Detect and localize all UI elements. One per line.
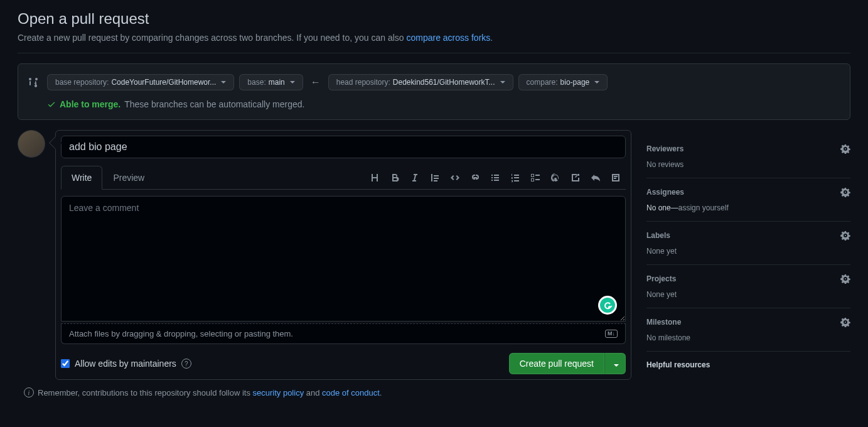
base-label: base: bbox=[247, 78, 265, 87]
git-compare-icon bbox=[28, 77, 38, 87]
code-of-conduct-link[interactable]: code of conduct bbox=[322, 388, 380, 397]
subtitle-text: Create a new pull request by comparing c… bbox=[18, 33, 406, 43]
create-pr-dropdown[interactable] bbox=[604, 353, 626, 374]
reviewers-title: Reviewers bbox=[646, 144, 683, 153]
compare-value: bio-page bbox=[560, 78, 590, 87]
base-repo-value: CodeYourFuture/GitHomewor... bbox=[111, 78, 216, 87]
security-policy-link[interactable]: security policy bbox=[253, 388, 304, 397]
allow-edits-row[interactable]: Allow edits by maintainers ? bbox=[61, 359, 191, 369]
gear-icon[interactable] bbox=[840, 187, 850, 197]
reply-icon[interactable] bbox=[591, 173, 601, 183]
footer-mid: and bbox=[304, 388, 322, 397]
footer-note: i Remember, contributions to this reposi… bbox=[18, 387, 850, 397]
pr-form: Write Preview bbox=[55, 130, 631, 380]
caret-down-icon bbox=[500, 81, 505, 84]
link-icon[interactable] bbox=[470, 173, 480, 183]
heading-icon[interactable] bbox=[370, 173, 380, 183]
ol-icon[interactable] bbox=[510, 173, 520, 183]
info-icon: i bbox=[24, 387, 34, 397]
head-repo-selector[interactable]: head repository: Dedekind561/GitHomework… bbox=[328, 74, 513, 90]
base-repo-selector[interactable]: base repository: CodeYourFuture/GitHomew… bbox=[47, 74, 234, 90]
assign-yourself-link[interactable]: assign yourself bbox=[678, 203, 729, 212]
caret-down-icon bbox=[221, 81, 226, 84]
pr-title-input[interactable] bbox=[61, 136, 626, 158]
quote-icon[interactable] bbox=[430, 173, 440, 183]
reviewers-section: Reviewers No reviews bbox=[646, 135, 850, 178]
subtitle-suffix: . bbox=[490, 33, 493, 43]
base-branch-selector[interactable]: base: main bbox=[239, 74, 303, 90]
tab-write[interactable]: Write bbox=[61, 166, 102, 190]
allow-edits-checkbox[interactable] bbox=[61, 359, 70, 368]
assignees-section: Assignees No one—assign yourself bbox=[646, 178, 850, 222]
merge-able-text: Able to merge. bbox=[60, 99, 121, 109]
create-pr-button[interactable]: Create pull request bbox=[509, 353, 604, 374]
head-repo-value: Dedekind561/GitHomeworkT... bbox=[393, 78, 495, 87]
check-icon bbox=[47, 100, 56, 109]
italic-icon[interactable] bbox=[410, 173, 420, 183]
gear-icon[interactable] bbox=[840, 317, 850, 327]
bold-icon[interactable] bbox=[390, 173, 400, 183]
mention-icon[interactable] bbox=[550, 173, 560, 183]
head-repo-label: head repository: bbox=[336, 78, 390, 87]
helpful-resources-title: Helpful resources bbox=[646, 352, 850, 372]
ul-icon[interactable] bbox=[490, 173, 500, 183]
caret-down-icon bbox=[290, 81, 295, 84]
cross-ref-icon[interactable] bbox=[571, 173, 581, 183]
compare-box: base repository: CodeYourFuture/GitHomew… bbox=[18, 63, 850, 120]
gear-icon[interactable] bbox=[840, 230, 850, 241]
code-icon[interactable] bbox=[450, 173, 460, 183]
caret-down-icon bbox=[594, 81, 599, 84]
assignees-title: Assignees bbox=[646, 188, 684, 197]
attach-text: Attach files by dragging & dropping, sel… bbox=[69, 329, 293, 338]
milestone-section: Milestone No milestone bbox=[646, 308, 850, 352]
compare-label: compare: bbox=[527, 78, 558, 87]
page-subtitle: Create a new pull request by comparing c… bbox=[18, 33, 850, 53]
editor-toolbar bbox=[370, 173, 626, 183]
reviewers-content: No reviews bbox=[646, 160, 850, 169]
grammarly-badge bbox=[598, 296, 617, 315]
assignees-prefix: No one— bbox=[646, 203, 678, 212]
avatar bbox=[18, 130, 45, 158]
milestone-title: Milestone bbox=[646, 318, 681, 327]
page-title: Open a pull request bbox=[18, 10, 850, 28]
sidebar: Reviewers No reviews Assignees No one—as… bbox=[646, 130, 850, 380]
projects-title: Projects bbox=[646, 274, 676, 283]
footer-prefix: Remember, contributions to this reposito… bbox=[38, 388, 253, 397]
comment-textarea[interactable] bbox=[61, 196, 626, 322]
compare-forks-link[interactable]: compare across forks bbox=[406, 33, 490, 43]
markdown-icon[interactable]: M↓ bbox=[605, 330, 618, 338]
labels-content: None yet bbox=[646, 247, 850, 256]
arrow-left-icon: ← bbox=[308, 77, 323, 88]
projects-section: Projects None yet bbox=[646, 265, 850, 308]
tasklist-icon[interactable] bbox=[530, 173, 540, 183]
footer-suffix: . bbox=[380, 388, 382, 397]
merge-status: Able to merge. These branches can be aut… bbox=[47, 99, 840, 109]
help-icon[interactable]: ? bbox=[181, 359, 191, 369]
labels-section: Labels None yet bbox=[646, 222, 850, 265]
merge-detail-text: These branches can be automatically merg… bbox=[124, 99, 304, 109]
projects-content: None yet bbox=[646, 290, 850, 299]
allow-edits-label: Allow edits by maintainers bbox=[75, 359, 176, 369]
compare-branch-selector[interactable]: compare: bio-page bbox=[518, 74, 608, 90]
gear-icon[interactable] bbox=[840, 144, 850, 154]
base-repo-label: base repository: bbox=[55, 78, 109, 87]
labels-title: Labels bbox=[646, 231, 670, 240]
attach-files-row[interactable]: Attach files by dragging & dropping, sel… bbox=[61, 323, 626, 344]
saved-reply-icon[interactable] bbox=[611, 173, 621, 183]
milestone-content: No milestone bbox=[646, 333, 850, 342]
caret-down-icon bbox=[614, 364, 619, 367]
tab-preview[interactable]: Preview bbox=[102, 166, 155, 190]
base-value: main bbox=[269, 78, 285, 87]
gear-icon[interactable] bbox=[840, 274, 850, 284]
